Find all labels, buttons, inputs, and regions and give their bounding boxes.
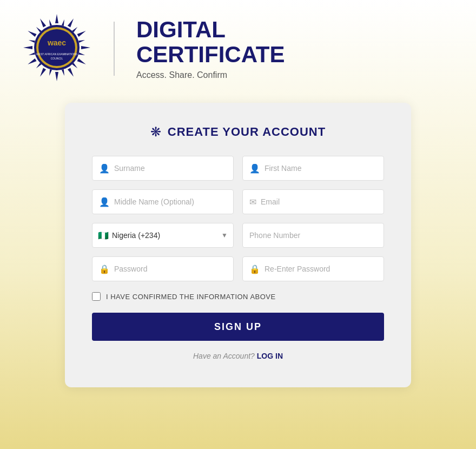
middlename-user-icon: 👤 [99, 197, 110, 207]
svg-marker-12 [62, 19, 65, 26]
reenter-input[interactable] [265, 265, 377, 273]
svg-marker-14 [78, 39, 85, 43]
svg-marker-23 [48, 19, 52, 26]
surname-input[interactable] [114, 164, 227, 173]
surname-field-wrapper: 👤 [92, 156, 234, 181]
logo-container: waec WEST AFRICAN EXAMINATIONS COUNCIL [22, 11, 92, 87]
phone-field-wrapper [242, 223, 384, 248]
middlename-field-wrapper: 👤 [92, 189, 234, 214]
password-field-wrapper: 🔒 [92, 256, 234, 281]
svg-marker-16 [72, 63, 78, 69]
brand-subtitle: Access. Share. Confirm [136, 70, 285, 80]
svg-marker-15 [78, 52, 85, 56]
reenter-field-wrapper: 🔒 [242, 256, 384, 281]
brand-text: DIGITAL CERTIFICATE Access. Share. Confi… [136, 17, 285, 80]
title-icon: ❋ [150, 124, 161, 140]
country-select-wrapper[interactable]: 🇳🇬 Nigeria (+234) Ghana (+233) Sierra Le… [92, 223, 234, 248]
email-field-wrapper: ✉ [242, 189, 384, 214]
brand-title: DIGITAL CERTIFICATE [136, 17, 285, 67]
svg-marker-1 [68, 18, 75, 28]
signup-button[interactable]: SIGN UP [92, 313, 384, 341]
password-lock-icon: 🔒 [99, 264, 110, 274]
phone-input[interactable] [249, 231, 377, 240]
svg-marker-7 [38, 68, 46, 77]
login-row: Have an Account? LOG IN [92, 352, 384, 360]
firstname-user-icon: 👤 [249, 163, 260, 174]
svg-marker-13 [72, 26, 78, 32]
svg-marker-2 [77, 29, 87, 37]
svg-marker-22 [35, 26, 41, 32]
password-input[interactable] [114, 265, 227, 273]
login-link[interactable]: LOG IN [257, 352, 283, 360]
middlename-input[interactable] [114, 197, 227, 206]
svg-marker-11 [38, 18, 46, 28]
confirm-label[interactable]: I HAVE CONFIRMED THE INFORMATION ABOVE [106, 293, 276, 301]
email-icon: ✉ [249, 197, 256, 207]
login-prompt-text: Have an Account? [193, 352, 255, 360]
svg-text:WEST AFRICAN EXAMINATIONS: WEST AFRICAN EXAMINATIONS [36, 52, 78, 56]
header: waec WEST AFRICAN EXAMINATIONS COUNCIL D… [0, 0, 476, 97]
svg-marker-5 [68, 68, 75, 77]
svg-marker-19 [35, 63, 41, 69]
email-input[interactable] [261, 197, 377, 206]
signup-card: ❋ CREATE YOUR ACCOUNT 👤 👤 👤 ✉ 🇳🇬 Nigeria… [65, 103, 411, 387]
waec-logo: waec WEST AFRICAN EXAMINATIONS COUNCIL [22, 11, 92, 87]
surname-user-icon: 👤 [99, 163, 110, 174]
firstname-input[interactable] [265, 164, 377, 173]
svg-marker-0 [55, 14, 58, 23]
header-divider [114, 22, 115, 76]
reenter-lock-icon: 🔒 [249, 264, 260, 274]
firstname-field-wrapper: 👤 [242, 156, 384, 181]
confirm-checkbox-row: I HAVE CONFIRMED THE INFORMATION ABOVE [92, 292, 384, 301]
svg-marker-6 [55, 72, 58, 81]
svg-marker-21 [28, 39, 35, 43]
svg-marker-17 [62, 69, 65, 76]
svg-marker-8 [27, 58, 37, 66]
svg-marker-9 [23, 46, 32, 49]
chevron-down-icon: ▼ [221, 232, 228, 239]
svg-marker-18 [48, 69, 52, 76]
confirm-checkbox[interactable] [92, 292, 101, 301]
svg-marker-20 [28, 52, 35, 56]
form-grid: 👤 👤 👤 ✉ 🇳🇬 Nigeria (+234) Ghana (+233) S… [92, 156, 384, 281]
country-select[interactable]: Nigeria (+234) Ghana (+233) Sierra Leone… [112, 231, 219, 240]
nigeria-flag-icon: 🇳🇬 [98, 230, 109, 241]
svg-text:COUNCIL: COUNCIL [51, 57, 63, 60]
svg-marker-10 [27, 29, 37, 37]
card-title-text: CREATE YOUR ACCOUNT [168, 125, 326, 139]
svg-marker-3 [81, 46, 90, 49]
svg-text:waec: waec [47, 38, 66, 47]
svg-marker-4 [77, 58, 87, 66]
card-title: ❋ CREATE YOUR ACCOUNT [92, 124, 384, 140]
